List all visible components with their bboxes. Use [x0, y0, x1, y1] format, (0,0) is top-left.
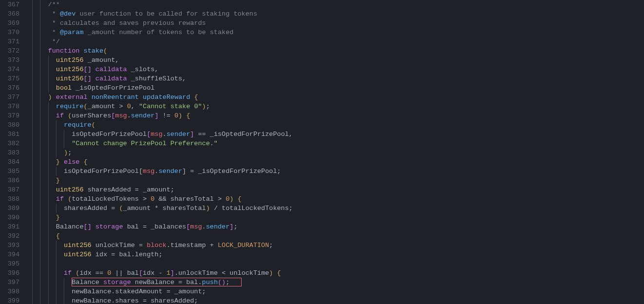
token: .unlockTime < unlockTime: [174, 269, 269, 277]
code-line[interactable]: * @dev user function to be called for st…: [24, 9, 644, 19]
code-line[interactable]: require(: [24, 120, 644, 130]
token: bal = _balances: [123, 223, 187, 230]
token: sender: [206, 223, 230, 230]
token: {: [238, 195, 242, 203]
code-line[interactable]: ) external nonReentrant updateReward {: [24, 93, 644, 102]
token: calldata: [95, 75, 127, 82]
token: storage: [95, 223, 123, 230]
token: @dev: [60, 10, 76, 18]
token: {: [277, 269, 281, 277]
code-line[interactable]: uint256[] calldata _slots,: [24, 65, 644, 74]
token: userShares: [72, 112, 111, 119]
token: require: [64, 121, 92, 129]
code-line[interactable]: /**: [24, 0, 644, 9]
token: ;: [226, 279, 229, 286]
code-line[interactable]: [24, 259, 644, 268]
token: uint256: [56, 57, 84, 64]
token: _amount,: [84, 57, 119, 64]
code-area[interactable]: /** * @dev user function to be called fo…: [24, 0, 644, 304]
token: sender: [131, 112, 155, 119]
code-line[interactable]: Balance[] storage bal = _balances[msg.se…: [24, 222, 644, 231]
code-line[interactable]: newBalance.stakedAmount = _amount;: [24, 287, 644, 296]
token: []: [84, 66, 92, 73]
code-line[interactable]: * calculates and saves previous rewards: [24, 19, 644, 28]
token: == _isOptedForPrizePool,: [194, 131, 293, 138]
token: [88, 94, 92, 101]
code-line[interactable]: } else {: [24, 157, 644, 167]
token: block: [147, 242, 167, 249]
token: ] = _isOptedForPrizePool;: [182, 168, 281, 175]
token: _amount >: [88, 103, 127, 110]
token: uint256: [56, 66, 84, 73]
line-number: 398: [0, 287, 19, 296]
line-number: 370: [0, 28, 19, 37]
code-line[interactable]: bool _isOptedForPrizePool: [24, 83, 644, 93]
line-number-gutter: 3673683693703713723733743753763773783793…: [0, 0, 24, 304]
line-number: 375: [0, 74, 19, 83]
token: {: [56, 232, 60, 240]
token: msg: [115, 112, 127, 119]
code-line[interactable]: function stake(: [24, 46, 644, 56]
token: }: [56, 214, 60, 221]
code-line[interactable]: uint256 sharesAdded = _amount;: [24, 185, 644, 194]
code-line[interactable]: uint256[] calldata _shuffleSlots,: [24, 74, 644, 83]
token: ,: [131, 103, 139, 110]
token: [79, 47, 83, 55]
token: []: [84, 223, 92, 230]
token: .: [127, 112, 131, 119]
token: uint256: [56, 75, 84, 82]
code-line[interactable]: if (totalLockedTokens > 0 && sharesTotal…: [24, 194, 644, 204]
token: if: [64, 269, 72, 277]
code-line[interactable]: if (idx == 0 || bal[idx - 1].unlockTime …: [24, 268, 644, 278]
code-editor[interactable]: 3673683693703713723733743753763773783793…: [0, 0, 644, 304]
code-line[interactable]: newBalance.shares = sharesAdded;: [24, 296, 644, 304]
line-number: 391: [0, 222, 19, 231]
token: unlockTime =: [92, 242, 147, 249]
token: [52, 94, 56, 101]
line-number: 373: [0, 56, 19, 65]
token: [139, 94, 143, 101]
token: function: [48, 47, 80, 55]
code-line[interactable]: if (userShares[msg.sender] != 0) {: [24, 111, 644, 120]
token: msg: [151, 131, 162, 138]
code-line[interactable]: sharesAdded = (_amount * sharesTotal) / …: [24, 204, 644, 213]
token: require: [56, 103, 84, 110]
code-line[interactable]: uint256 idx = bal.length;: [24, 250, 644, 259]
line-number: 384: [0, 157, 19, 167]
code-line[interactable]: uint256 unlockTime = block.timestamp + L…: [24, 241, 644, 250]
token: }: [56, 158, 60, 166]
token: sender: [167, 131, 190, 138]
token: ;: [206, 103, 210, 110]
code-line[interactable]: */: [24, 37, 644, 46]
token: *: [48, 10, 60, 18]
code-line[interactable]: }: [24, 213, 644, 222]
token: msg: [143, 168, 154, 175]
line-number: 372: [0, 46, 19, 56]
line-number: 369: [0, 19, 19, 28]
line-number: 367: [0, 0, 19, 9]
token: external: [56, 94, 88, 101]
token: ]: [154, 112, 158, 119]
token: }: [56, 177, 60, 184]
line-number: 381: [0, 130, 19, 139]
code-line[interactable]: * @param _amount number of tokens to be …: [24, 28, 644, 37]
code-line[interactable]: {: [24, 231, 644, 241]
code-line[interactable]: isOptedForPrizePool[msg.sender] == _isOp…: [24, 130, 644, 139]
token: Balance: [72, 279, 103, 286]
token: Balance: [56, 223, 84, 230]
token: "Cannot stake 0": [139, 103, 202, 110]
code-line[interactable]: Balance storage newBalance = bal.push();: [24, 278, 644, 287]
token: if: [56, 195, 64, 203]
code-line[interactable]: "Cannot change PrizePool Preference.": [24, 139, 644, 148]
line-number: 379: [0, 111, 19, 120]
token: [233, 195, 237, 203]
code-line[interactable]: isOptedForPrizePool[msg.sender] = _isOpt…: [24, 167, 644, 176]
code-line[interactable]: }: [24, 176, 644, 185]
code-line[interactable]: uint256 _amount,: [24, 56, 644, 65]
code-line[interactable]: );: [24, 148, 644, 157]
token: _amount number of tokens to be staked: [84, 29, 234, 36]
code-line[interactable]: require(_amount > 0, "Cannot stake 0");: [24, 102, 644, 111]
line-number: 377: [0, 93, 19, 102]
token: ): [48, 94, 52, 101]
token: 0: [127, 103, 131, 110]
